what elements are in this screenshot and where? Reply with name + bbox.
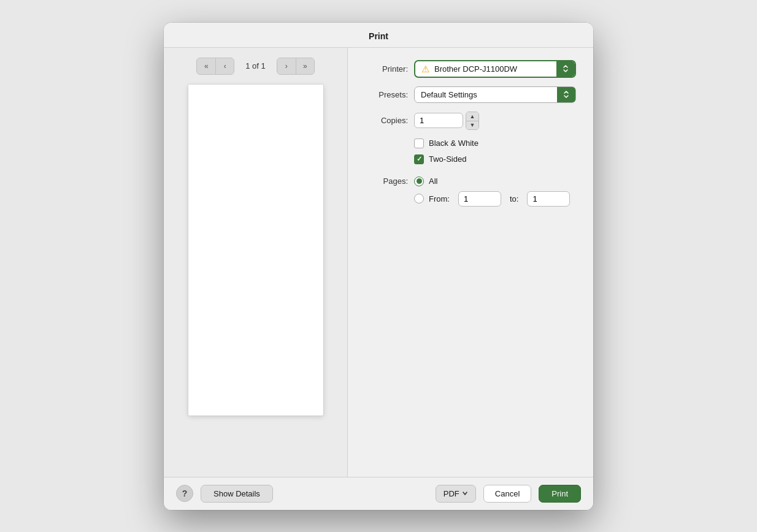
bottom-bar: ? Show Details PDF Cancel Print — [164, 477, 593, 510]
pages-from-row: From: to: — [365, 191, 576, 207]
printer-warning-icon: ⚠ — [421, 64, 429, 74]
presets-row: Presets: Default Settings — [365, 86, 576, 103]
to-label: to: — [510, 194, 518, 203]
preview-panel: « ‹ 1 of 1 › » — [164, 48, 348, 477]
copies-increment[interactable]: ▲ — [466, 112, 478, 121]
printer-value: Brother DCP-J1100DW — [434, 64, 517, 74]
two-sided-checkbox[interactable] — [414, 154, 424, 164]
to-input[interactable] — [527, 191, 570, 207]
pdf-label: PDF — [444, 489, 459, 498]
black-white-label: Black & White — [429, 139, 478, 148]
all-radio-row: All — [414, 177, 437, 186]
next-page-button[interactable]: › — [277, 58, 296, 74]
page-indicator: 1 of 1 — [245, 61, 266, 70]
pages-label: Pages: — [365, 177, 408, 186]
prev-page-button[interactable]: ‹ — [215, 58, 234, 74]
copies-label: Copies: — [365, 116, 408, 125]
printer-row: Printer: ⚠ Brother DCP-J1100DW — [365, 60, 576, 78]
presets-chevron — [557, 87, 575, 102]
pages-all-row: Pages: All — [365, 177, 576, 186]
from-radio[interactable] — [414, 194, 424, 203]
copies-stepper: ▲ ▼ — [466, 112, 479, 130]
presets-value: Default Settings — [421, 90, 477, 99]
black-white-checkbox[interactable] — [414, 139, 424, 148]
main-content: « ‹ 1 of 1 › » Printer: ⚠ Brother DCP-J1… — [164, 48, 593, 477]
printer-label: Printer: — [365, 64, 408, 74]
copies-decrement[interactable]: ▼ — [466, 121, 478, 129]
printer-chevron — [556, 61, 575, 77]
title-bar: Print — [164, 23, 593, 48]
pdf-button[interactable]: PDF — [436, 485, 476, 503]
all-radio[interactable] — [414, 177, 424, 186]
nav-btn-group-right: › » — [277, 58, 315, 75]
all-label: All — [429, 177, 437, 186]
page-preview — [188, 85, 323, 416]
presets-label: Presets: — [365, 90, 408, 99]
print-options: Black & White Two-Sided — [414, 139, 576, 164]
copies-input-wrapper: ▲ ▼ — [414, 112, 479, 130]
from-radio-row: From: — [414, 194, 450, 203]
last-page-button[interactable]: » — [296, 58, 314, 74]
from-label: From: — [429, 194, 450, 203]
black-white-row: Black & White — [414, 139, 576, 148]
presets-dropdown[interactable]: Default Settings — [414, 86, 576, 103]
print-button[interactable]: Print — [539, 485, 581, 503]
from-input[interactable] — [458, 191, 501, 207]
printer-dropdown[interactable]: ⚠ Brother DCP-J1100DW — [414, 60, 576, 78]
two-sided-row: Two-Sided — [414, 154, 576, 164]
two-sided-label: Two-Sided — [429, 154, 466, 164]
copies-row: Copies: ▲ ▼ — [365, 112, 576, 130]
show-details-button[interactable]: Show Details — [201, 485, 273, 503]
help-button[interactable]: ? — [176, 485, 193, 502]
first-page-button[interactable]: « — [197, 58, 215, 74]
pages-section: Pages: All From: to: — [365, 177, 576, 207]
settings-panel: Printer: ⚠ Brother DCP-J1100DW Presets: — [348, 48, 593, 477]
print-dialog: Print « ‹ 1 of 1 › » — [164, 23, 593, 510]
copies-input[interactable] — [414, 113, 463, 128]
cancel-button[interactable]: Cancel — [483, 485, 531, 503]
dialog-title: Print — [369, 31, 388, 41]
bottom-right-actions: PDF Cancel Print — [436, 485, 581, 503]
nav-btn-group-left: « ‹ — [196, 58, 234, 75]
page-navigation: « ‹ 1 of 1 › » — [164, 58, 347, 75]
